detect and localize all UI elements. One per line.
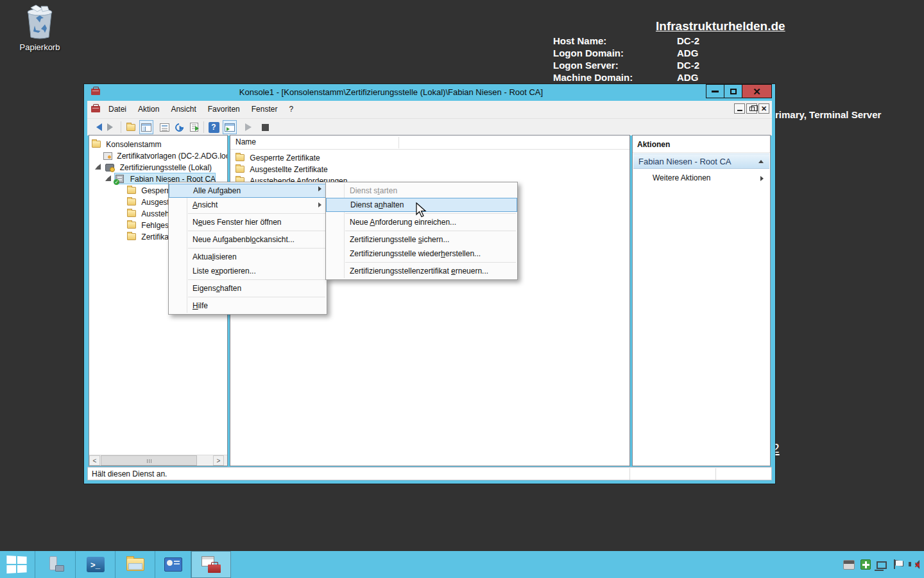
- powershell-icon: >_: [87, 557, 105, 572]
- taskbar-powershell[interactable]: >_: [76, 551, 116, 578]
- menu-ansicht[interactable]: Ansicht: [165, 101, 201, 119]
- security-shield-icon[interactable]: [860, 559, 871, 570]
- show-console-tree-button[interactable]: [139, 120, 153, 134]
- recycle-bin-icon: [23, 4, 56, 40]
- bginfo-label: Logon Domain:: [553, 48, 624, 58]
- taskbar-mmc-console[interactable]: [191, 551, 231, 578]
- submenu-arrow-icon: [318, 202, 321, 207]
- mmc-app-icon-small: [91, 106, 100, 112]
- back-button[interactable]: [90, 120, 104, 134]
- stop-service-icon: [262, 124, 269, 131]
- up-level-button[interactable]: [124, 120, 138, 134]
- submenu-item-dienst-starten: Dienst starten: [326, 184, 517, 198]
- bginfo-label: Host Name:: [553, 35, 606, 46]
- menu-hilfe[interactable]: ?: [283, 101, 299, 119]
- child-restore-button[interactable]: [746, 103, 757, 114]
- recycle-bin-label: Papierkorb: [9, 42, 71, 52]
- bginfo-label: Logon Server:: [553, 60, 619, 71]
- menu-item-neues-fenster[interactable]: Neues Fenster hier öffnen: [169, 215, 327, 229]
- start-button[interactable]: [0, 551, 35, 578]
- scrollbar-thumb[interactable]: [101, 455, 197, 466]
- menu-aktion[interactable]: Aktion: [132, 101, 165, 119]
- list-column-header[interactable]: Name: [230, 136, 629, 150]
- alle-aufgaben-submenu: Dienst starten Dienst anhalten Neue Anfo…: [325, 182, 518, 280]
- child-close-button[interactable]: ✕: [758, 103, 769, 114]
- minimize-button[interactable]: [706, 84, 724, 98]
- volume-muted-icon[interactable]: ✕: [909, 559, 920, 570]
- close-button[interactable]: ✕: [742, 84, 772, 98]
- secure-device-icon[interactable]: [843, 560, 855, 570]
- menu-separator: [345, 231, 516, 231]
- menu-separator: [188, 231, 325, 231]
- horizontal-scrollbar[interactable]: < >: [89, 455, 227, 466]
- taskbar-config-tool[interactable]: [155, 551, 191, 578]
- bginfo-value: ADG: [677, 72, 698, 83]
- properties-button[interactable]: [157, 120, 171, 134]
- certification-authority-icon: [105, 164, 114, 171]
- menu-item-neue-aufgabenblockansicht[interactable]: Neue Aufgabenblockansicht...: [169, 232, 327, 247]
- taskbar: >_ ✕: [0, 551, 924, 578]
- ca-online-check-icon: [116, 175, 124, 183]
- bginfo-value: DC-2: [677, 60, 699, 71]
- mmc-console-icon: [201, 556, 221, 573]
- taskbar-server-manager[interactable]: [36, 551, 76, 578]
- toolbar-separator: [203, 121, 204, 133]
- certificate-template-icon: [103, 152, 112, 160]
- action-center-flag-icon[interactable]: [893, 559, 903, 570]
- actions-pane: Aktionen Fabian Niesen - Root CA Weitere…: [632, 135, 771, 466]
- stop-service-button[interactable]: [258, 120, 272, 134]
- title-bar[interactable]: Konsole1 - [Konsolenstamm\Zertifizierung…: [84, 84, 775, 101]
- context-menu: Alle Aufgaben Ansicht Neues Fenster hier…: [168, 182, 327, 315]
- status-text: Hält diesen Dienst an.: [92, 469, 167, 478]
- menu-item-aktualisieren[interactable]: Aktualisieren: [169, 250, 327, 264]
- list-item-gesperrte-zertifikate[interactable]: Gesperrte Zertifikate: [235, 152, 320, 164]
- forward-button[interactable]: [105, 120, 119, 134]
- menu-item-hilfe[interactable]: Hilfe: [169, 299, 327, 313]
- tree-item-konsolenstamm[interactable]: Konsolenstamm: [92, 139, 161, 150]
- mouse-cursor: [416, 202, 427, 222]
- maximize-button[interactable]: [724, 84, 742, 98]
- help-button[interactable]: ?: [207, 120, 221, 134]
- export-list-button[interactable]: [187, 120, 201, 134]
- display-config-icon: [164, 557, 182, 572]
- child-minimize-button[interactable]: [734, 103, 745, 114]
- menu-item-alle-aufgaben[interactable]: Alle Aufgaben: [169, 184, 327, 198]
- network-icon[interactable]: [877, 561, 887, 569]
- actions-item-weitere-aktionen[interactable]: Weitere Aktionen: [633, 171, 769, 184]
- menu-item-ansicht[interactable]: Ansicht: [169, 198, 327, 212]
- start-service-button[interactable]: [243, 120, 257, 134]
- folder-icon: [127, 222, 136, 229]
- menu-item-eigenschaften[interactable]: Eigenschaften: [169, 281, 327, 295]
- submenu-item-zs-zertifikat-erneuern[interactable]: Zertifizierungsstellenzertifikat erneuer…: [326, 264, 517, 278]
- status-separator: [629, 468, 630, 480]
- window-title: Konsole1 - [Konsolenstamm\Zertifizierung…: [84, 87, 698, 97]
- scroll-left-button[interactable]: <: [89, 455, 100, 466]
- menu-datei[interactable]: Datei: [103, 101, 132, 119]
- expanded-chevron-icon[interactable]: [95, 164, 101, 170]
- up-folder-icon: [126, 124, 135, 131]
- expanded-chevron-icon[interactable]: [105, 175, 111, 181]
- submenu-item-zs-wiederherstellen[interactable]: Zertifizierungsstelle wiederherstellen..…: [326, 247, 517, 261]
- tree-item-zertifikatvorlagen[interactable]: Zertifikatvorlagen (DC-2.ADG.loc: [103, 150, 228, 162]
- menu-fenster[interactable]: Fenster: [246, 101, 284, 119]
- list-item-ausgestellte-zertifikate[interactable]: Ausgestellte Zertifikate: [235, 164, 328, 175]
- recycle-bin[interactable]: Papierkorb: [9, 4, 71, 52]
- scroll-right-button[interactable]: >: [213, 455, 224, 466]
- status-separator: [715, 468, 716, 480]
- system-tray: ✕: [843, 551, 920, 578]
- tree-item-zertifizierungsstelle[interactable]: Zertifizierungsstelle (Lokal): [95, 162, 212, 173]
- folder-icon: [127, 210, 136, 217]
- show-action-pane-button[interactable]: [223, 120, 237, 134]
- menu-bar: Datei Aktion Ansicht Favoriten Fenster ?…: [87, 101, 772, 119]
- menu-item-liste-exportieren[interactable]: Liste exportieren...: [169, 264, 327, 278]
- submenu-caret-icon: [760, 176, 764, 181]
- menu-favoriten[interactable]: Favoriten: [202, 101, 246, 119]
- column-separator[interactable]: [398, 137, 399, 148]
- refresh-button[interactable]: [172, 120, 186, 134]
- collapse-caret-icon[interactable]: [758, 160, 764, 163]
- submenu-arrow-icon: [318, 186, 321, 191]
- start-service-icon: [245, 123, 255, 131]
- actions-group-header[interactable]: Fabian Niesen - Root CA: [633, 153, 769, 169]
- submenu-item-zs-sichern[interactable]: Zertifizierungsstelle sichern...: [326, 232, 517, 247]
- taskbar-file-explorer[interactable]: [116, 551, 155, 578]
